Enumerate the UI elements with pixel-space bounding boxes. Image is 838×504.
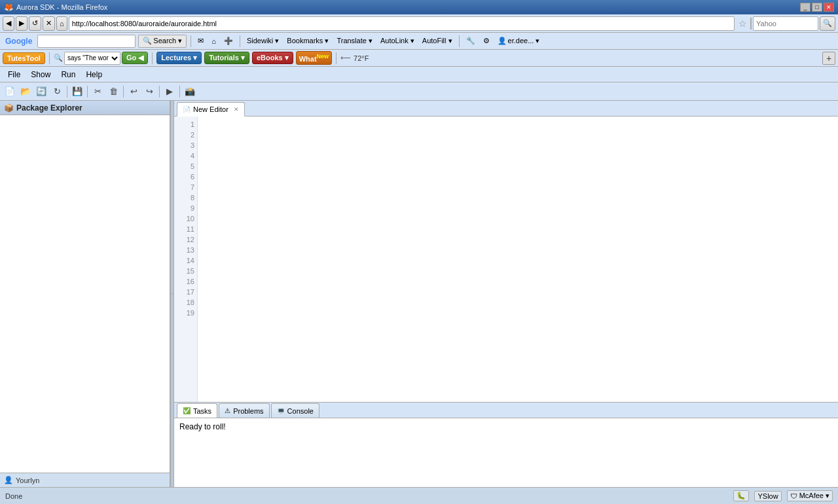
sidebar-content[interactable] (0, 115, 170, 473)
tutorials-label: Tutorials ▾ (209, 54, 245, 62)
separator2 (152, 52, 153, 64)
ebooks-button[interactable]: eBooks ▾ (252, 52, 293, 64)
save-icon: 💾 (72, 86, 82, 96)
menu-file[interactable]: File (3, 67, 26, 82)
sidebar: 📦 Package Explorer 👤 Yourlyn (0, 101, 170, 487)
autofill-button[interactable]: AutoFill ▾ (420, 36, 455, 46)
separator3 (459, 35, 460, 47)
google-label[interactable]: Google (3, 36, 35, 46)
bookmarks-button[interactable]: Bookmarks ▾ (284, 36, 331, 46)
line-2: 2 (174, 130, 194, 140)
close-button[interactable]: ✕ (824, 3, 834, 12)
whatnew-label: What (299, 55, 317, 63)
cut-button[interactable]: ✂ (90, 84, 105, 99)
user-label: er.dee... ▾ (508, 37, 540, 45)
save-button[interactable]: 💾 (70, 84, 84, 99)
reload2-button[interactable]: ↻ (50, 84, 64, 99)
settings-button[interactable]: ⚙ (481, 36, 492, 46)
go-label: Go ◀ (126, 54, 143, 62)
add-icon: ➕ (224, 37, 233, 45)
menu-help[interactable]: Help (81, 67, 107, 82)
translate-button[interactable]: Translate ▾ (334, 36, 375, 46)
menu-run[interactable]: Run (56, 67, 81, 82)
search-btn-icon: 🔍 (143, 37, 152, 45)
tutestool-label: TutesTool (7, 54, 41, 62)
add-bookmark-button[interactable]: ➕ (221, 36, 236, 46)
autolink-button[interactable]: AutoLink ▾ (378, 36, 417, 46)
sidewiki-button[interactable]: Sidewiki ▾ (244, 36, 282, 46)
yahoo-search-button[interactable]: 🔍 (820, 16, 835, 31)
yahoo-search-input[interactable] (753, 16, 818, 31)
firebug-addon[interactable]: 🐛 (733, 490, 749, 501)
sidewiki-label: Sidewiki ▾ (247, 37, 279, 45)
editor-tab-close-icon[interactable]: ✕ (234, 106, 239, 113)
person-icon: 👤 (4, 476, 13, 484)
tab-problems[interactable]: ⚠ Problems (219, 403, 269, 418)
go-button[interactable]: Go ◀ (122, 52, 148, 64)
line-3: 3 (174, 140, 194, 151)
tab-tasks[interactable]: ✅ Tasks (177, 403, 217, 418)
refresh-icon: 🔄 (36, 86, 46, 96)
wrench-icon: 🔧 (466, 37, 475, 45)
forward-button[interactable]: ▶ (16, 16, 27, 31)
refresh-button[interactable]: 🔄 (34, 84, 48, 99)
new-file-button[interactable]: 📄 (3, 84, 17, 99)
yslow-addon[interactable]: YSlow (754, 491, 781, 501)
open-file-button[interactable]: 📂 (18, 84, 33, 99)
tutorials-button[interactable]: Tutorials ▾ (204, 52, 249, 64)
maximize-button[interactable]: □ (812, 3, 822, 12)
sidebar-footer: 👤 Yourlyn (0, 473, 170, 487)
user-menu-button[interactable]: 👤 er.dee... ▾ (495, 36, 543, 46)
problems-icon: ⚠ (225, 407, 230, 414)
new-label: New (317, 53, 329, 60)
menu-run-label: Run (61, 70, 75, 79)
stop-button[interactable]: ✕ (43, 16, 55, 31)
lectures-button[interactable]: Lectures ▾ (156, 52, 202, 64)
line-6: 6 (174, 171, 194, 182)
bottom-tabs: ✅ Tasks ⚠ Problems 💻 Console (174, 403, 838, 418)
search-filter-select[interactable]: says "The wor (64, 52, 120, 65)
line-15: 15 (174, 266, 194, 276)
whatnew-badge[interactable]: WhatNew (296, 51, 332, 65)
redo-button[interactable]: ↪ (142, 84, 156, 99)
line-19: 19 (174, 308, 194, 318)
firebug-icon: 🐛 (737, 492, 746, 500)
tab-console[interactable]: 💻 Console (271, 403, 319, 418)
tasks-icon: ✅ (183, 407, 191, 414)
navbar: ◀ ▶ ↺ ✕ ⌂ ☆ 🔍 (0, 14, 838, 33)
wrench-button[interactable]: 🔧 (464, 36, 478, 46)
editor-textarea[interactable] (198, 117, 838, 402)
add-toolbar-button[interactable]: + (822, 52, 835, 65)
separator (49, 52, 50, 64)
line-16: 16 (174, 276, 194, 287)
undo-icon: ↩ (130, 86, 137, 96)
arrow-icon: ⟵ (340, 54, 351, 62)
line-9: 9 (174, 203, 194, 213)
reload-button[interactable]: ↺ (29, 16, 41, 31)
run-button[interactable]: ▶ (162, 84, 177, 99)
mail-button[interactable]: ✉ (195, 36, 206, 46)
undo-button[interactable]: ↩ (126, 84, 141, 99)
bookmark-star-button[interactable]: ☆ (736, 16, 749, 31)
google-search-input[interactable] (37, 35, 136, 48)
minimize-button[interactable]: _ (800, 3, 811, 12)
tutestool-button[interactable]: TutesTool (3, 52, 45, 64)
line-11: 11 (174, 224, 194, 234)
problems-label: Problems (233, 407, 263, 415)
url-input[interactable] (69, 16, 735, 31)
home-button[interactable]: ⌂ (56, 16, 67, 31)
editor-tab-new[interactable]: 📄 New Editor ✕ (177, 102, 245, 117)
search-button[interactable]: 🔍 Search ▾ (138, 35, 187, 48)
screenshot-button[interactable]: 📸 (183, 84, 197, 99)
separator (191, 35, 191, 47)
tasks-label: Tasks (193, 407, 211, 415)
separator5 (179, 86, 180, 98)
mcafee-addon[interactable]: 🛡 McAfee ▾ (787, 490, 833, 501)
package-explorer-header: 📦 Package Explorer (0, 101, 170, 115)
home-bk-button[interactable]: ⌂ (209, 37, 219, 46)
delete-button[interactable]: 🗑 (106, 84, 120, 99)
back-button[interactable]: ◀ (3, 16, 14, 31)
menu-show[interactable]: Show (26, 67, 56, 82)
status-message: Ready to roll! (179, 422, 226, 431)
titlebar-controls[interactable]: _ □ ✕ (800, 3, 834, 12)
